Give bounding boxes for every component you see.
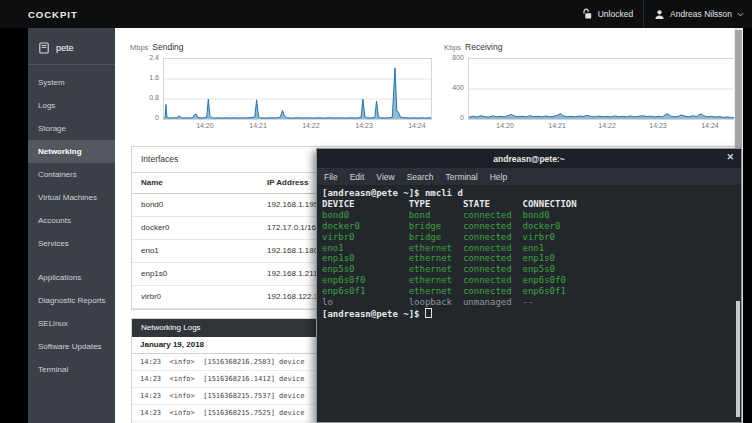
interfaces-col-name: Name — [132, 173, 267, 193]
receiving-chart: KbpsReceiving 040080014:2014:2114:2214:2… — [442, 42, 742, 137]
sidebar-item-terminal[interactable]: Terminal — [28, 358, 115, 381]
terminal-prompt-line: [andreasn@pete ~]$ nmcli d — [322, 188, 741, 199]
y-axis-tick: 0.8 — [139, 94, 159, 101]
cockpit-brand[interactable]: COCKPIT — [28, 9, 78, 20]
terminal-menu-terminal[interactable]: Terminal — [446, 172, 478, 182]
sidebar-item-storage[interactable]: Storage — [28, 117, 115, 140]
terminal-scrollbar-thumb[interactable] — [736, 301, 740, 417]
topbar-divider — [643, 0, 644, 28]
close-icon[interactable]: ✕ — [726, 152, 734, 162]
sending-chart-title: MbpsSending — [130, 42, 184, 52]
terminal-device-row: virbr0 bridge connected virbr0 — [322, 232, 741, 243]
y-axis-tick: 0 — [444, 114, 464, 121]
terminal-menubar: FileEditViewSearchTerminalHelp — [317, 168, 741, 186]
terminal-device-row: enp1s0 ethernet connected enp1s0 — [322, 253, 741, 264]
screen: COCKPIT Unlocked Andreas Nilsson — [0, 0, 752, 423]
terminal-titlebar[interactable]: andreasn@pete:~ ✕ — [317, 149, 741, 168]
topbar: COCKPIT Unlocked Andreas Nilsson — [0, 0, 752, 28]
sidebar-item-services[interactable]: Services — [28, 232, 115, 255]
sidebar: pete SystemLogsStorageNetworkingContaine… — [28, 28, 115, 423]
sidebar-divider — [28, 64, 115, 65]
sidebar-nav-primary: SystemLogsStorageNetworkingContainersVir… — [28, 71, 115, 255]
terminal-menu-help[interactable]: Help — [490, 172, 507, 182]
terminal-menu-view[interactable]: View — [376, 172, 394, 182]
receiving-plot-area — [468, 58, 735, 120]
interface-name: eno1 — [132, 240, 267, 262]
x-axis-tick: 14:23 — [350, 122, 378, 129]
sidebar-item-virtual-machines[interactable]: Virtual Machines — [28, 186, 115, 209]
sidebar-nav-tools: ApplicationsDiagnostic ReportsSELinuxSof… — [28, 266, 115, 381]
terminal-device-row: lo loopback unmanaged -- — [322, 297, 741, 308]
y-axis-tick: 800 — [444, 54, 464, 61]
receiving-unit-label: Kbps — [444, 43, 461, 52]
sidebar-item-system[interactable]: System — [28, 71, 115, 94]
sidebar-item-diagnostic-reports[interactable]: Diagnostic Reports — [28, 289, 115, 312]
left-edge — [0, 28, 28, 423]
topbar-controls: Unlocked Andreas Nilsson — [581, 0, 744, 28]
host-selector[interactable]: pete — [28, 28, 115, 64]
sending-chart: MbpsSending 00.81.62.414:2014:2114:2214:… — [128, 42, 428, 137]
sidebar-item-logs[interactable]: Logs — [28, 94, 115, 117]
interface-name: bond0 — [132, 194, 267, 216]
sidebar-item-accounts[interactable]: Accounts — [28, 209, 115, 232]
x-axis-tick: 14:24 — [403, 122, 431, 129]
x-axis-tick: 14:23 — [644, 122, 672, 129]
terminal-device-row: eno1 ethernet connected eno1 — [322, 243, 741, 254]
x-axis-tick: 14:21 — [543, 122, 571, 129]
y-axis-tick: 0 — [139, 114, 159, 121]
x-axis-tick: 14:21 — [244, 122, 272, 129]
interface-name: virbr0 — [132, 286, 267, 308]
terminal-screen[interactable]: [andreasn@pete ~]$ nmcli dDEVICE TYPE ST… — [317, 186, 741, 422]
sending-unit-label: Mbps — [130, 43, 148, 52]
sending-plot-area — [163, 58, 432, 120]
receiving-chart-title: KbpsReceiving — [444, 42, 502, 52]
terminal-prompt-line: [andreasn@pete ~]$ — [322, 308, 741, 320]
terminal-table-header: DEVICE TYPE STATE CONNECTION — [322, 199, 741, 210]
terminal-device-row: enp5s0 ethernet connected enp5s0 — [322, 264, 741, 275]
terminal-menu-search[interactable]: Search — [407, 172, 434, 182]
sidebar-gap — [28, 255, 115, 266]
y-axis-tick: 2.4 — [139, 54, 159, 61]
host-name: pete — [56, 43, 74, 53]
server-icon — [38, 42, 50, 54]
unlocked-indicator[interactable]: Unlocked — [581, 0, 633, 28]
terminal-device-row: docker0 bridge connected docker0 — [322, 221, 741, 232]
chevron-down-icon — [737, 12, 744, 17]
x-axis-tick: 14:22 — [297, 122, 325, 129]
terminal-menu-edit[interactable]: Edit — [350, 172, 365, 182]
terminal-cursor — [425, 308, 432, 318]
x-axis-tick: 14:20 — [191, 122, 219, 129]
terminal-device-row: enp6s0f1 ethernet connected enp6s0f1 — [322, 286, 741, 297]
user-name: Andreas Nilsson — [670, 9, 732, 19]
interface-name: enp1s0 — [132, 263, 267, 285]
sidebar-item-networking[interactable]: Networking — [28, 140, 115, 163]
x-axis-tick: 14:20 — [491, 122, 519, 129]
right-edge — [743, 28, 752, 423]
x-axis-tick: 14:22 — [593, 122, 621, 129]
terminal-title: andreasn@pete:~ — [493, 154, 564, 164]
user-menu[interactable]: Andreas Nilsson — [654, 0, 744, 28]
terminal-window: andreasn@pete:~ ✕ FileEditViewSearchTerm… — [316, 148, 742, 423]
unlocked-label: Unlocked — [598, 9, 633, 19]
terminal-menu-file[interactable]: File — [324, 172, 338, 182]
sidebar-item-applications[interactable]: Applications — [28, 266, 115, 289]
y-axis-tick: 400 — [444, 84, 464, 91]
y-axis-tick: 1.6 — [139, 74, 159, 81]
terminal-device-row: enp6s0f0 ethernet connected enp6s0f0 — [322, 275, 741, 286]
terminal-device-row: bond0 bond connected bond0 — [322, 210, 741, 221]
page-scrollbar-thumb[interactable] — [735, 30, 742, 148]
x-axis-tick: 14:24 — [696, 122, 724, 129]
interface-name: docker0 — [132, 217, 267, 239]
user-icon — [654, 9, 665, 20]
sidebar-item-containers[interactable]: Containers — [28, 163, 115, 186]
sidebar-item-selinux[interactable]: SELinux — [28, 312, 115, 335]
unlock-icon — [581, 8, 593, 20]
sidebar-item-software-updates[interactable]: Software Updates — [28, 335, 115, 358]
